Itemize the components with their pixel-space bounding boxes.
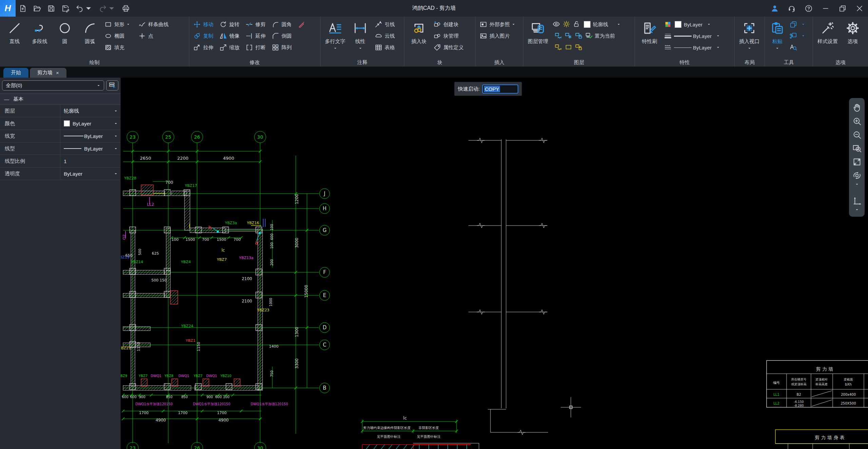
new-file-button[interactable]	[16, 2, 30, 15]
ribbon-button-match-props[interactable]: 特性刷	[637, 19, 662, 59]
ribbon-button-circle[interactable]: 圆	[52, 19, 77, 59]
quick-launch-input[interactable]: COPY	[482, 84, 518, 94]
redo-button[interactable]	[96, 2, 119, 15]
ribbon-button-table[interactable]: 表格	[373, 42, 397, 53]
close-tab-icon[interactable]: ×	[56, 70, 59, 76]
svg-text:YBZ7: YBZ7	[138, 374, 148, 378]
save-as-button[interactable]	[58, 2, 73, 15]
drawing-canvas[interactable]: 23252630232630JHGFEDCB265022004900700YBZ…	[121, 78, 868, 449]
tab-1[interactable]: 剪力墙×	[30, 68, 66, 78]
property-value-cell[interactable]: ByLayer	[60, 142, 120, 155]
ribbon-button-layer-manage[interactable]: 图层管理	[525, 19, 551, 59]
ribbon-button-block-manage[interactable]: 块管理	[431, 30, 466, 42]
pan-button[interactable]	[850, 101, 864, 114]
ribbon-button-scale[interactable]: 缩放	[217, 42, 242, 53]
ribbon-button-redpen[interactable]	[296, 19, 310, 30]
save-button[interactable]	[44, 2, 58, 15]
layer-lock2-blue-icon[interactable]	[575, 32, 585, 40]
ribbon-button-paste[interactable]: 粘贴	[767, 19, 788, 59]
selection-filter-dropdown[interactable]: 全部(0)	[2, 80, 104, 91]
ribbon-button-chamfer[interactable]: 倒圆	[270, 30, 294, 42]
undo-button[interactable]	[73, 2, 96, 15]
ribbon-button-copy-clip[interactable]	[788, 19, 809, 30]
restore-button[interactable]	[834, 2, 851, 15]
minimize-button[interactable]	[817, 2, 834, 15]
close-button[interactable]	[851, 2, 868, 15]
ribbon-button-find[interactable]	[788, 42, 809, 53]
layer-eye2-blue-icon[interactable]	[555, 32, 565, 40]
ribbon-button-spline[interactable]: 样条曲线	[136, 19, 171, 30]
zoom-out-button[interactable]	[850, 128, 864, 141]
ribbon-button-mirror[interactable]: 镜像	[217, 30, 242, 42]
property-row: 颜色ByLayer	[0, 117, 120, 130]
linetype-sample	[674, 47, 692, 48]
ribbon-button-image[interactable]: 插入图片	[478, 30, 520, 42]
layer-unlock-icon[interactable]	[573, 20, 583, 29]
property-value-cell[interactable]: ByLayer	[60, 130, 120, 142]
property-value-cell[interactable]: ByLayer	[60, 117, 120, 130]
insert-block-icon	[412, 21, 426, 35]
ucs-button[interactable]	[850, 194, 864, 208]
ribbon-button-xref[interactable]: 外部参照	[478, 19, 520, 30]
ribbon-group-4: 外部参照插入图片插入	[476, 17, 523, 66]
ribbon-button-mtext[interactable]: 多行文字	[323, 19, 348, 59]
layer-eye2-yellow-icon[interactable]	[555, 43, 565, 52]
zoom-in-button[interactable]	[850, 114, 864, 128]
ribbon-button-wand[interactable]: 样式设置	[815, 19, 840, 59]
zoom-window-button[interactable]	[850, 141, 864, 155]
ribbon-button-insert-block[interactable]: 插入块	[406, 19, 431, 59]
help-button[interactable]	[800, 2, 817, 15]
property-row-2[interactable]: ByLayer	[662, 42, 724, 53]
ribbon-button-dimlinear[interactable]: 线性	[348, 19, 373, 59]
tab-0[interactable]: 开始	[3, 68, 28, 78]
ribbon-button-break[interactable]: 打断	[244, 42, 268, 53]
layer-freeze2-blue-icon[interactable]	[565, 32, 575, 40]
ribbon-button-extend[interactable]: 延伸	[244, 30, 268, 42]
ribbon-button-arc[interactable]: 圆弧	[77, 19, 102, 59]
ribbon-button-viewport[interactable]: 插入视口	[737, 19, 762, 59]
ribbon-button-leader[interactable]: 引线	[373, 19, 397, 30]
property-row-1[interactable]: ByLayer	[662, 30, 724, 42]
layer-eye-icon[interactable]	[553, 20, 563, 29]
svg-text:a: a	[255, 240, 258, 246]
orbit-button[interactable]	[850, 169, 864, 182]
headset-button[interactable]	[783, 2, 800, 15]
svg-text:YBZ13a: YBZ13a	[239, 256, 254, 260]
ribbon-button-fillet[interactable]: 圆角	[270, 19, 294, 30]
ribbon-button-attr-def[interactable]: 属性定义	[431, 42, 466, 53]
layer-sun-icon[interactable]	[563, 20, 573, 29]
layer-lock2-yellow-icon[interactable]	[575, 43, 585, 52]
ribbon-button-line[interactable]: 直线	[2, 19, 27, 59]
property-value-cell[interactable]: ByLayer	[60, 168, 120, 180]
ribbon-button-label: 圆角	[282, 21, 292, 28]
user-button[interactable]	[766, 2, 783, 15]
ribbon-button-create-block[interactable]: 创建块	[431, 19, 466, 30]
ribbon-button-gear[interactable]: 选项	[840, 19, 865, 59]
ribbon-button-copy[interactable]: 复制	[191, 30, 215, 42]
ribbon-button-rotate[interactable]: 旋转	[217, 19, 242, 30]
ribbon-button-cut-clip[interactable]	[788, 30, 809, 42]
ribbon-button-revcloud[interactable]: 云线	[373, 30, 397, 42]
property-value-cell[interactable]: 1	[60, 155, 120, 167]
ribbon-button-point[interactable]: 点	[136, 30, 171, 42]
zoom-extents-button[interactable]	[850, 155, 864, 169]
property-row-0[interactable]: ByLayer	[662, 19, 724, 30]
ribbon-button-move[interactable]: 移动	[191, 19, 215, 30]
ribbon-button-hatch[interactable]: 填充	[102, 42, 134, 53]
ribbon-button-stretch[interactable]: 拉伸	[191, 42, 215, 53]
ribbon-button-rect[interactable]: 矩形	[102, 19, 134, 30]
open-file-button[interactable]	[30, 2, 44, 15]
section-header-basic[interactable]: —基本	[0, 93, 120, 105]
print-button[interactable]	[119, 2, 133, 15]
ribbon-button-ellipse[interactable]: 椭圆	[102, 30, 134, 42]
ribbon-button-polyline[interactable]: 多段线	[27, 19, 52, 59]
app-logo[interactable]: H	[0, 0, 16, 17]
ribbon-button-trim[interactable]: 修剪	[244, 19, 268, 30]
property-value-cell[interactable]: 轮廓线	[60, 105, 120, 117]
ribbon-button-array[interactable]: 阵列	[270, 42, 294, 53]
svg-text:700: 700	[166, 180, 173, 185]
svg-text:bXh: bXh	[845, 383, 852, 386]
layer-sun2-yellow-icon[interactable]	[565, 43, 575, 52]
quick-select-button[interactable]	[106, 80, 118, 91]
set-current-layer-icon[interactable]	[585, 32, 595, 40]
